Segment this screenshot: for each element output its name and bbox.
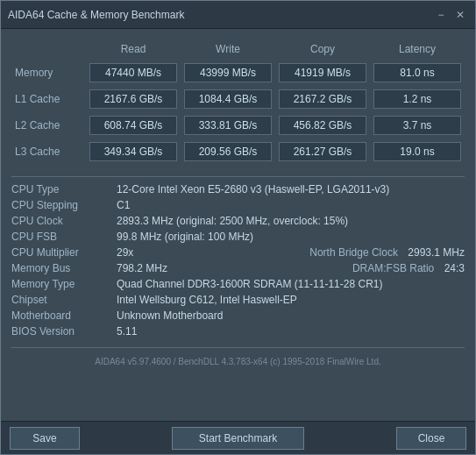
info-section: CPU Type 12-Core Intel Xeon E5-2680 v3 (…: [11, 182, 465, 338]
content-area: Read Write Copy Latency Memory 47440 MB/…: [1, 29, 475, 421]
col-label-header: [11, 41, 86, 57]
col-write-header: Write: [181, 41, 275, 57]
cpu-multiplier-label: CPU Multiplier: [11, 245, 117, 259]
cpu-clock-value: 2893.3 MHz (original: 2500 MHz, overcloc…: [117, 214, 465, 228]
table-row: L2 Cache 608.74 GB/s 333.81 GB/s 456.82 …: [11, 115, 465, 136]
row-latency: 1.2 ns: [370, 89, 465, 110]
footer-text: AIDA64 v5.97.4600 / BenchDLL 4.3.783-x64…: [11, 353, 465, 368]
row-latency: 3.7 ns: [370, 115, 465, 136]
window-controls: − ✕: [433, 7, 468, 23]
memory-type-label: Memory Type: [11, 277, 117, 291]
table-row: L3 Cache 349.34 GB/s 209.56 GB/s 261.27 …: [11, 141, 465, 162]
north-bridge-value: 2993.1 MHz: [408, 246, 465, 259]
cpu-multiplier-row: 29x North Bridge Clock 2993.1 MHz: [117, 245, 465, 259]
row-label: Memory: [11, 62, 86, 83]
north-bridge-label: North Bridge Clock: [309, 246, 398, 259]
memory-bus-value: 798.2 MHz: [117, 262, 167, 274]
row-read: 47440 MB/s: [86, 62, 181, 83]
bottom-bar: Save Start Benchmark Close: [1, 421, 475, 454]
row-latency: 19.0 ns: [370, 141, 465, 162]
row-latency: 81.0 ns: [370, 62, 465, 83]
main-window: AIDA64 Cache & Memory Benchmark − ✕ Read…: [0, 0, 476, 455]
row-copy: 456.82 GB/s: [275, 115, 370, 136]
dram-fsb-label: DRAM:FSB Ratio: [352, 262, 434, 274]
titlebar: AIDA64 Cache & Memory Benchmark − ✕: [1, 1, 475, 29]
chipset-value: Intel Wellsburg C612, Intel Haswell-EP: [117, 293, 465, 307]
row-label: L2 Cache: [11, 115, 86, 136]
row-label: L1 Cache: [11, 89, 86, 110]
bios-label: BIOS Version: [11, 324, 117, 338]
dram-fsb-pair: DRAM:FSB Ratio 24:3: [352, 262, 465, 274]
row-copy: 2167.2 GB/s: [275, 89, 370, 110]
dram-fsb-value: 24:3: [444, 262, 465, 274]
cpu-fsb-value: 99.8 MHz (original: 100 MHz): [117, 230, 465, 244]
start-benchmark-button[interactable]: Start Benchmark: [172, 427, 304, 450]
cpu-multiplier-value: 29x: [117, 246, 133, 259]
row-read: 2167.6 GB/s: [86, 89, 181, 110]
row-label: L3 Cache: [11, 141, 86, 162]
chipset-label: Chipset: [11, 293, 117, 307]
minimize-button[interactable]: −: [433, 7, 449, 23]
motherboard-value: Unknown Motherboard: [117, 309, 465, 323]
north-bridge-pair: North Bridge Clock 2993.1 MHz: [309, 246, 465, 259]
row-write: 43999 MB/s: [181, 62, 275, 83]
row-copy: 41919 MB/s: [275, 62, 370, 83]
col-copy-header: Copy: [275, 41, 370, 57]
cpu-type-value: 12-Core Intel Xeon E5-2680 v3 (Haswell-E…: [117, 182, 465, 196]
window-title: AIDA64 Cache & Memory Benchmark: [8, 9, 184, 21]
row-copy: 261.27 GB/s: [275, 141, 370, 162]
cpu-stepping-value: C1: [117, 198, 465, 212]
cpu-type-label: CPU Type: [11, 182, 117, 196]
close-btn[interactable]: Close: [396, 427, 466, 450]
motherboard-label: Motherboard: [11, 309, 117, 323]
cpu-stepping-label: CPU Stepping: [11, 198, 117, 212]
divider-2: [11, 347, 465, 348]
save-button[interactable]: Save: [10, 427, 80, 450]
col-latency-header: Latency: [370, 41, 465, 57]
cpu-fsb-label: CPU FSB: [11, 230, 117, 244]
table-row: Memory 47440 MB/s 43999 MB/s 41919 MB/s …: [11, 62, 465, 83]
memory-type-value: Quad Channel DDR3-1600R SDRAM (11-11-11-…: [117, 277, 465, 291]
table-row: L1 Cache 2167.6 GB/s 1084.4 GB/s 2167.2 …: [11, 89, 465, 110]
benchmark-table: Read Write Copy Latency Memory 47440 MB/…: [11, 36, 465, 167]
row-write: 333.81 GB/s: [181, 115, 275, 136]
close-button[interactable]: ✕: [452, 7, 468, 23]
memory-bus-row: 798.2 MHz DRAM:FSB Ratio 24:3: [117, 261, 465, 275]
col-read-header: Read: [86, 41, 181, 57]
row-read: 608.74 GB/s: [86, 115, 181, 136]
bios-value: 5.11: [117, 324, 465, 338]
cpu-clock-label: CPU Clock: [11, 214, 117, 228]
divider-1: [11, 176, 465, 177]
memory-bus-label: Memory Bus: [11, 261, 117, 275]
row-write: 209.56 GB/s: [181, 141, 275, 162]
row-read: 349.34 GB/s: [86, 141, 181, 162]
row-write: 1084.4 GB/s: [181, 89, 275, 110]
